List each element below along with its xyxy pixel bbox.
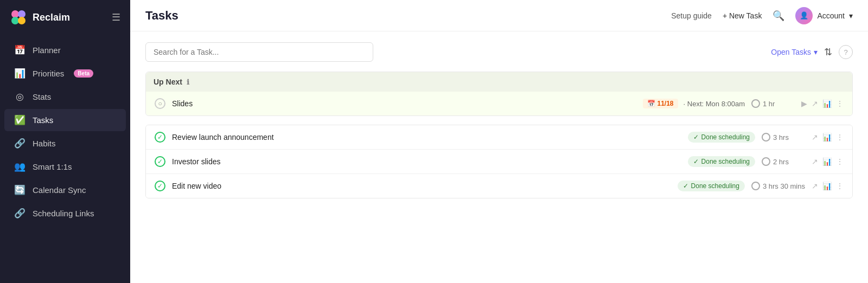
table-row: ✓ Edit new video ✓ Done scheduling 3 hrs… xyxy=(146,174,852,198)
sidebar-item-label: Tasks xyxy=(33,115,53,125)
more-icon[interactable]: ⋮ xyxy=(836,157,844,166)
duration-value: 3 hrs xyxy=(773,133,789,142)
new-task-button[interactable]: + New Task xyxy=(723,11,762,20)
expand-icon[interactable]: ↗ xyxy=(812,99,818,108)
sidebar-item-label: Calendar Sync xyxy=(33,185,86,195)
sidebar-item-planner[interactable]: 📅 Planner xyxy=(4,39,126,61)
svg-point-1 xyxy=(18,10,25,18)
play-icon[interactable]: ▶ xyxy=(801,99,807,108)
scheduling-links-icon: 🔗 xyxy=(14,208,25,219)
chart-icon[interactable]: 📊 xyxy=(822,182,832,190)
task-actions-investor-slides: ↗ 📊 ⋮ xyxy=(812,157,844,166)
sidebar-item-smart-1on1s[interactable]: 👥 Smart 1:1s xyxy=(4,156,126,178)
expand-icon[interactable]: ↗ xyxy=(812,157,818,166)
more-icon[interactable]: ⋮ xyxy=(836,133,844,142)
more-icon[interactable]: ⋮ xyxy=(836,99,844,108)
sidebar-item-habits[interactable]: 🔗 Habits xyxy=(4,132,126,155)
svg-point-3 xyxy=(18,17,25,24)
check-icon: ✓ xyxy=(693,158,699,165)
tasks-icon: ✅ xyxy=(14,114,25,126)
sidebar-nav: 📅 Planner 📊 Priorities Beta ◎ Stats ✅ Ta… xyxy=(0,35,130,229)
logo-area: Reclaim xyxy=(10,9,70,26)
topbar: Tasks Setup guide + New Task 🔍 👤 Account… xyxy=(130,0,868,31)
sidebar-item-label: Habits xyxy=(33,139,56,148)
priorities-icon: 📊 xyxy=(14,68,25,79)
expand-icon[interactable]: ↗ xyxy=(812,182,818,190)
task-duration-review-launch: 3 hrs xyxy=(762,133,805,142)
habits-icon: 🔗 xyxy=(14,138,25,149)
filter-row: Open Tasks ▾ ⇅ ? xyxy=(771,45,853,59)
task-check-investor-slides[interactable]: ✓ xyxy=(155,156,165,167)
main-content: Tasks Setup guide + New Task 🔍 👤 Account… xyxy=(130,0,868,283)
account-label: Account xyxy=(817,11,845,20)
stats-icon: ◎ xyxy=(14,91,25,102)
up-next-section: Up Next ℹ ○ Slides 📅 11/18 · Next: Mon 8… xyxy=(145,72,853,116)
setup-guide-button[interactable]: Setup guide xyxy=(671,11,712,20)
sidebar-item-scheduling-links[interactable]: 🔗 Scheduling Links xyxy=(4,202,126,224)
page-title: Tasks xyxy=(145,9,178,23)
sort-button[interactable]: ⇅ xyxy=(824,46,832,58)
duration-value: 1 hr xyxy=(763,100,775,108)
sidebar-item-tasks[interactable]: ✅ Tasks xyxy=(4,109,126,131)
scheduling-group: ✓ Review launch announcement ✓ Done sche… xyxy=(145,125,853,198)
duration-value: 2 hrs xyxy=(773,158,789,166)
chart-icon[interactable]: 📊 xyxy=(822,157,832,166)
task-actions-edit-video: ↗ 📊 ⋮ xyxy=(812,182,844,190)
smart-1on1s-icon: 👥 xyxy=(14,161,25,172)
expand-icon[interactable]: ↗ xyxy=(812,133,818,142)
task-check-slides[interactable]: ○ xyxy=(155,98,165,109)
sidebar: Reclaim ☰ 📅 Planner 📊 Priorities Beta ◎ … xyxy=(0,0,130,283)
sidebar-item-label: Smart 1:1s xyxy=(33,162,72,171)
task-name-slides: Slides xyxy=(172,99,636,108)
task-meta-investor-slides: ✓ Done scheduling xyxy=(688,156,755,167)
menu-icon[interactable]: ☰ xyxy=(112,11,120,23)
date-value: 11/18 xyxy=(658,100,674,107)
search-icon[interactable]: 🔍 xyxy=(773,10,784,22)
sidebar-item-label: Scheduling Links xyxy=(33,209,94,218)
search-input[interactable] xyxy=(145,42,373,62)
duration-circle-icon xyxy=(751,99,760,108)
topbar-actions: Setup guide + New Task 🔍 👤 Account ▾ xyxy=(671,7,853,24)
task-check-edit-video[interactable]: ✓ xyxy=(155,181,165,191)
duration-circle-icon xyxy=(762,157,770,166)
task-actions-slides: ▶ ↗ 📊 ⋮ xyxy=(801,99,844,108)
chart-icon[interactable]: 📊 xyxy=(822,133,832,142)
more-icon[interactable]: ⋮ xyxy=(836,182,844,190)
calendar-icon: 📅 xyxy=(647,100,655,107)
task-name-investor-slides: Investor slides xyxy=(172,157,681,166)
svg-point-2 xyxy=(11,17,19,24)
duration-value: 3 hrs 30 mins xyxy=(763,182,805,190)
duration-circle-icon xyxy=(751,182,760,190)
sidebar-item-stats[interactable]: ◎ Stats xyxy=(4,86,126,108)
planner-icon: 📅 xyxy=(14,44,25,56)
up-next-info-icon: ℹ xyxy=(187,78,189,86)
task-duration-edit-video: 3 hrs 30 mins xyxy=(751,182,805,190)
sidebar-item-priorities[interactable]: 📊 Priorities Beta xyxy=(4,62,126,85)
task-name-review-launch: Review launch announcement xyxy=(172,133,681,142)
check-icon: ✓ xyxy=(683,182,688,190)
open-tasks-button[interactable]: Open Tasks ▾ xyxy=(771,48,818,56)
task-check-review-launch[interactable]: ✓ xyxy=(155,132,165,143)
account-button[interactable]: 👤 Account ▾ xyxy=(795,7,853,24)
task-meta-review-launch: ✓ Done scheduling xyxy=(688,132,755,143)
svg-point-0 xyxy=(11,10,19,18)
status-badge-review-launch: ✓ Done scheduling xyxy=(688,132,755,143)
task-meta-edit-video: ✓ Done scheduling xyxy=(678,181,745,191)
sidebar-item-calendar-sync[interactable]: 🔄 Calendar Sync xyxy=(4,179,126,201)
avatar: 👤 xyxy=(795,7,813,24)
sidebar-item-label: Priorities xyxy=(33,69,64,78)
chart-icon[interactable]: 📊 xyxy=(822,99,832,108)
sidebar-item-label: Stats xyxy=(33,92,51,101)
task-name-edit-video: Edit new video xyxy=(172,182,671,190)
check-icon: ✓ xyxy=(693,133,699,141)
calendar-sync-icon: 🔄 xyxy=(14,184,25,196)
reclaim-logo-icon xyxy=(10,9,27,26)
status-badge-investor-slides: ✓ Done scheduling xyxy=(688,156,755,167)
task-actions-review-launch: ↗ 📊 ⋮ xyxy=(812,133,844,142)
next-label: · Next: Mon 8:00am xyxy=(684,100,745,108)
up-next-label: Up Next xyxy=(154,78,182,86)
status-label: Done scheduling xyxy=(691,182,739,190)
up-next-header: Up Next ℹ xyxy=(146,72,852,92)
help-button[interactable]: ? xyxy=(839,45,853,59)
status-label: Done scheduling xyxy=(701,158,750,165)
